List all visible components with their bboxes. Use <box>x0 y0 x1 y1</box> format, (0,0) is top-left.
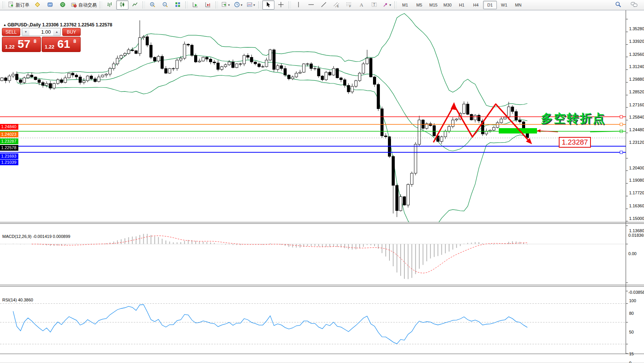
price-callout-box[interactable]: 1.23287 <box>559 137 591 148</box>
chart-window: ▲ GBPUSD-,Daily 1.23306 1.23762 1.22545 … <box>0 10 644 363</box>
auto-trading-icon <box>71 2 77 9</box>
periods-button[interactable]: ▾ <box>232 0 244 10</box>
navigator-button[interactable] <box>57 0 69 10</box>
candlestick-chart-button[interactable] <box>116 0 128 10</box>
tab-m15[interactable]: M15 <box>427 1 440 9</box>
tab-d1[interactable]: D1 <box>483 1 497 9</box>
volume-stepper: ▼ 1.00 ▲ <box>22 28 61 36</box>
crosshair-button[interactable] <box>275 0 287 10</box>
new-order-button[interactable]: 新订单 <box>6 0 31 10</box>
macd-axis-tick: -0.038585 <box>628 290 644 295</box>
tab-m30[interactable]: M30 <box>441 1 454 9</box>
horizontal-line-icon <box>308 2 314 9</box>
auto-trading-button[interactable]: 自动交易 <box>69 0 98 10</box>
svg-text:E: E <box>337 5 339 8</box>
toolbar-grip[interactable] <box>185 2 188 8</box>
line-chart-icon <box>132 2 138 9</box>
auto-scroll-icon <box>192 2 198 9</box>
price-tick: 1.27160 <box>629 103 644 107</box>
new-chart-button[interactable]: ▾ <box>219 0 232 10</box>
search-icon <box>615 1 621 9</box>
tab-w1[interactable]: W1 <box>497 1 511 9</box>
chart-canvas[interactable] <box>0 10 644 363</box>
chart-shift-button[interactable] <box>202 0 214 10</box>
turning-point-annotation[interactable]: 多空转折点 <box>541 111 606 127</box>
text-icon: A <box>358 2 365 9</box>
arrows-tool-button[interactable]: ▾ <box>381 0 393 10</box>
text-button[interactable]: A <box>355 0 368 10</box>
text-label-button[interactable]: T <box>368 0 380 10</box>
tab-h4[interactable]: H4 <box>469 1 483 9</box>
text-label-icon: T <box>371 2 377 9</box>
chart-profile-button[interactable]: ▾ <box>245 0 257 10</box>
price-tick: 1.28520 <box>629 90 644 94</box>
market-watch-icon <box>34 2 41 9</box>
equidistant-channel-button[interactable]: E <box>330 0 342 10</box>
sell-price-sup: 8 <box>34 38 36 44</box>
toolbar-grip[interactable] <box>216 2 218 8</box>
price-tick: 1.13680 <box>629 228 644 233</box>
volume-value[interactable]: 1.00 <box>29 28 53 36</box>
buy-price-button[interactable]: 1.22 61 8 <box>42 37 81 52</box>
chart-symbol: GBPUSD-,Daily <box>7 22 41 28</box>
zoom-out-button[interactable] <box>159 0 171 10</box>
chart-profile-icon <box>247 2 253 9</box>
volume-down-button[interactable]: ▼ <box>22 28 29 36</box>
navigator-icon <box>60 2 66 9</box>
collapse-triangle-icon: ▲ <box>3 23 7 27</box>
price-tick: 1.25840 <box>629 115 644 119</box>
svg-text:A: A <box>360 2 363 8</box>
hline-price-chip: 1.24840 <box>0 124 18 130</box>
sell-button[interactable]: SELL <box>2 28 20 36</box>
volume-up-button[interactable]: ▲ <box>53 28 60 36</box>
panel-splitter-macd[interactable] <box>0 222 644 224</box>
vertical-line-button[interactable] <box>292 0 305 10</box>
hline-price-chip: 1.23287 <box>0 138 18 144</box>
toolbar-grip[interactable] <box>100 2 102 8</box>
toolbar-grip[interactable] <box>289 2 291 8</box>
price-tick: 1.33920 <box>629 39 644 44</box>
horizontal-lines[interactable] <box>0 116 626 154</box>
macd-axis-tick: 0.00 <box>628 251 636 256</box>
clock-icon <box>234 2 240 9</box>
toolbar-grip[interactable] <box>258 2 261 8</box>
new-order-label: 新订单 <box>16 2 29 8</box>
dropdown-caret-icon: ▾ <box>253 3 255 7</box>
toolbar-grip[interactable] <box>394 2 397 8</box>
buy-price-prefix: 1.22 <box>45 44 54 50</box>
zoom-in-icon <box>149 2 156 9</box>
dropdown-caret-icon: ▾ <box>241 3 243 7</box>
buy-button[interactable]: BUY <box>62 28 81 36</box>
tab-m1[interactable]: M1 <box>398 1 412 9</box>
horizontal-line-button[interactable] <box>305 0 317 10</box>
crosshair-icon <box>278 2 284 9</box>
toolbar-grip[interactable] <box>143 2 145 8</box>
fibonacci-button[interactable]: F <box>343 0 355 10</box>
price-tick: 1.29880 <box>629 77 644 81</box>
zoom-in-button[interactable] <box>146 0 159 10</box>
auto-scroll-button[interactable] <box>189 0 201 10</box>
chat-button[interactable] <box>628 0 640 10</box>
hline-price-chip: 1.21039 <box>0 160 18 165</box>
tab-m5[interactable]: M5 <box>412 1 426 9</box>
sell-price-big: 57 <box>18 37 30 50</box>
tile-windows-button[interactable] <box>172 0 184 10</box>
search-button[interactable] <box>612 0 624 10</box>
panel-splitter-rsi[interactable] <box>0 285 644 286</box>
trendline-icon <box>321 2 327 9</box>
new-chart-icon <box>221 2 227 9</box>
chart-shift-icon <box>205 2 211 9</box>
tab-mn[interactable]: MN <box>511 1 525 9</box>
tab-h1[interactable]: H1 <box>455 1 469 9</box>
bar-chart-button[interactable] <box>104 0 116 10</box>
hline-price-chip: 1.21693 <box>0 153 18 159</box>
sell-price-button[interactable]: 1.22 57 8 <box>2 37 41 52</box>
callout-connector <box>537 129 623 132</box>
line-chart-button[interactable] <box>129 0 141 10</box>
market-watch-button[interactable] <box>31 0 44 10</box>
toolbar-grip[interactable] <box>3 2 5 8</box>
new-order-icon <box>8 2 14 9</box>
data-window-button[interactable] <box>44 0 56 10</box>
cursor-button[interactable] <box>262 0 274 10</box>
trendline-button[interactable] <box>318 0 330 10</box>
